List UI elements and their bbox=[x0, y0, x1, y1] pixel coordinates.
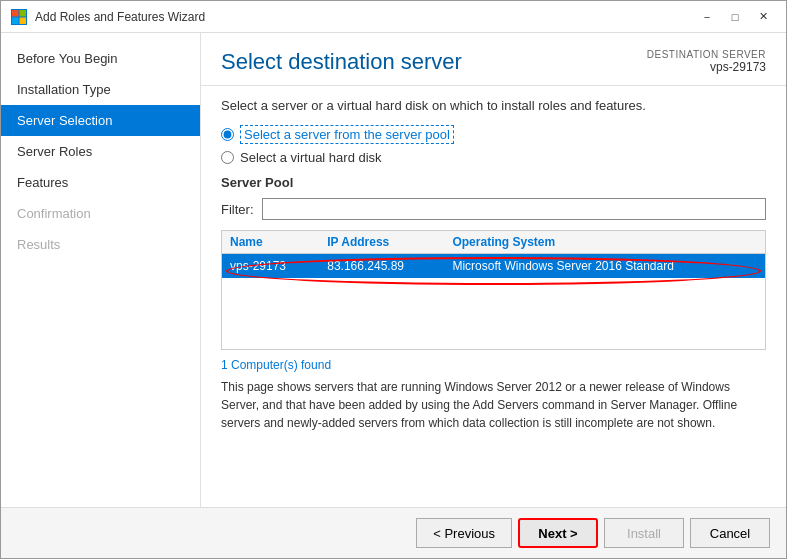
cell-os: Microsoft Windows Server 2016 Standard bbox=[444, 254, 765, 279]
next-button[interactable]: Next > bbox=[518, 518, 598, 548]
server-table: Name IP Address Operating System vps-291… bbox=[222, 231, 765, 278]
page-title: Select destination server bbox=[221, 49, 462, 75]
count-text: 1 Computer(s) found bbox=[221, 358, 766, 372]
radio-dashed-label: Select a server from the server pool bbox=[240, 125, 454, 144]
sidebar-item-results: Results bbox=[1, 229, 200, 260]
radio-group: Select a server from the server pool Sel… bbox=[221, 125, 766, 165]
sidebar-item-server-selection[interactable]: Server Selection bbox=[1, 105, 200, 136]
maximize-button[interactable]: □ bbox=[722, 7, 748, 27]
sidebar-item-confirmation: Confirmation bbox=[1, 198, 200, 229]
svg-rect-1 bbox=[20, 10, 27, 17]
svg-rect-3 bbox=[20, 17, 27, 24]
footer: < Previous Next > Install Cancel bbox=[1, 507, 786, 558]
col-name[interactable]: Name bbox=[222, 231, 319, 254]
sidebar-item-installation-type[interactable]: Installation Type bbox=[1, 74, 200, 105]
server-pool-title: Server Pool bbox=[221, 175, 766, 190]
main-content: Select destination server DESTINATION SE… bbox=[201, 33, 786, 507]
radio-virtual-disk-label: Select a virtual hard disk bbox=[240, 150, 382, 165]
sidebar-item-features[interactable]: Features bbox=[1, 167, 200, 198]
main-window: Add Roles and Features Wizard − □ ✕ Befo… bbox=[0, 0, 787, 559]
table-row[interactable]: vps-29173 83.166.245.89 Microsoft Window… bbox=[222, 254, 765, 279]
window-controls: − □ ✕ bbox=[694, 7, 776, 27]
col-os[interactable]: Operating System bbox=[444, 231, 765, 254]
content-area: Before You Begin Installation Type Serve… bbox=[1, 33, 786, 507]
col-ip[interactable]: IP Address bbox=[319, 231, 444, 254]
radio-server-pool-label: Select a server from the server pool bbox=[240, 125, 454, 144]
instruction-text: Select a server or a virtual hard disk o… bbox=[221, 98, 766, 113]
minimize-button[interactable]: − bbox=[694, 7, 720, 27]
sidebar-item-before-you-begin[interactable]: Before You Begin bbox=[1, 43, 200, 74]
radio-virtual-disk[interactable]: Select a virtual hard disk bbox=[221, 150, 766, 165]
server-table-container: Name IP Address Operating System vps-291… bbox=[221, 230, 766, 350]
radio-server-pool[interactable]: Select a server from the server pool bbox=[221, 125, 766, 144]
radio-virtual-disk-input[interactable] bbox=[221, 151, 234, 164]
destination-name: vps-29173 bbox=[647, 60, 766, 74]
sidebar: Before You Begin Installation Type Serve… bbox=[1, 33, 201, 507]
title-bar: Add Roles and Features Wizard − □ ✕ bbox=[1, 1, 786, 33]
radio-server-pool-input[interactable] bbox=[221, 128, 234, 141]
cell-name: vps-29173 bbox=[222, 254, 319, 279]
main-body: Select a server or a virtual hard disk o… bbox=[201, 86, 786, 507]
filter-input[interactable] bbox=[262, 198, 767, 220]
svg-rect-0 bbox=[12, 10, 19, 17]
main-header: Select destination server DESTINATION SE… bbox=[201, 33, 786, 86]
cancel-button[interactable]: Cancel bbox=[690, 518, 770, 548]
destination-label: DESTINATION SERVER bbox=[647, 49, 766, 60]
cell-ip: 83.166.245.89 bbox=[319, 254, 444, 279]
destination-server-info: DESTINATION SERVER vps-29173 bbox=[647, 49, 766, 74]
sidebar-item-server-roles[interactable]: Server Roles bbox=[1, 136, 200, 167]
previous-button[interactable]: < Previous bbox=[416, 518, 512, 548]
filter-row: Filter: bbox=[221, 198, 766, 220]
app-icon bbox=[11, 9, 27, 25]
close-button[interactable]: ✕ bbox=[750, 7, 776, 27]
window-title: Add Roles and Features Wizard bbox=[35, 10, 694, 24]
svg-rect-2 bbox=[12, 17, 19, 24]
filter-label: Filter: bbox=[221, 202, 254, 217]
info-text: This page shows servers that are running… bbox=[221, 378, 766, 432]
install-button[interactable]: Install bbox=[604, 518, 684, 548]
